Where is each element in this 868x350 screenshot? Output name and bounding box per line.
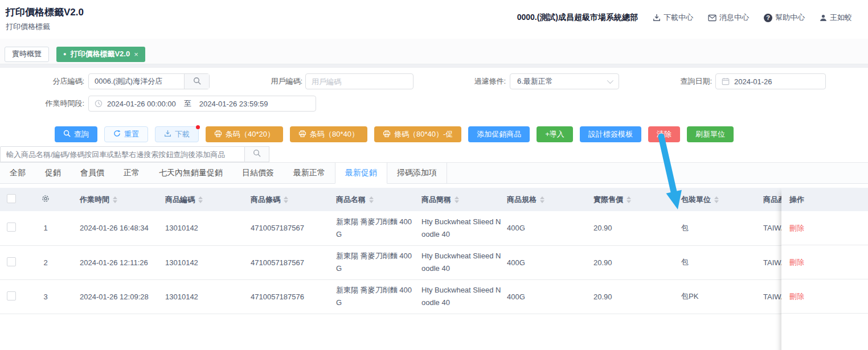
work-period-picker[interactable]: 2024-01-26 00:00:00 至 2024-01-26 23:59:5… (88, 96, 316, 112)
row-checkbox[interactable] (7, 291, 16, 300)
barcode-80x40-button[interactable]: 条码（80*40） (290, 126, 367, 142)
user-icon (820, 14, 827, 22)
tab-latest-promo[interactable]: 最新促銷 (335, 163, 387, 184)
tab-latest-normal[interactable]: 最新正常 (284, 163, 335, 183)
barcode-80x40-promo-button[interactable]: 條碼（80*40）-促 (374, 126, 461, 142)
store-code-input[interactable] (89, 74, 184, 89)
col-price-label: 實際售價 (593, 195, 623, 204)
row-checkbox[interactable] (7, 223, 16, 232)
sort-icon[interactable] (198, 196, 203, 203)
query-date-picker[interactable]: 2024-01-26 (715, 73, 826, 89)
barcode-80x40-promo-label: 條碼（80*40）-促 (394, 129, 453, 139)
sort-icon[interactable] (627, 196, 631, 203)
cell-product-code: 13010142 (165, 279, 251, 314)
tab-member-price[interactable]: 會員價 (71, 163, 114, 183)
delete-row-link[interactable]: 刪除 (789, 223, 804, 233)
user-code-input[interactable] (306, 74, 413, 89)
barcode-80x40-label: 条码（80*40） (310, 129, 359, 139)
col-barcode[interactable]: 商品條碼 (251, 188, 336, 211)
fixed-operations-column: 操作 刪除 刪除 刪除 (781, 188, 868, 350)
table-row: 3 2024-01-26 12:09:28 13010142 471005718… (0, 279, 868, 314)
cell-unit: 包 (678, 245, 763, 279)
tab-latest-promo-label: 最新促銷 (345, 168, 377, 178)
clear-button-label: 清除 (657, 129, 672, 139)
cell-barcode: 4710057187567 (251, 245, 336, 279)
select-all-checkbox[interactable] (7, 194, 16, 203)
query-button[interactable]: 查詢 (55, 126, 97, 142)
add-promo-product-button[interactable]: 添加促銷商品 (468, 126, 530, 142)
message-center-link[interactable]: 消息中心 (708, 13, 749, 23)
tab-daily-price-tag[interactable]: 日結價簽 (232, 163, 284, 183)
clear-button[interactable]: 清除 (648, 126, 680, 142)
results-table: 作業時間 商品編碼 商品條碼 商品名稱 商品簡稱 商品規格 實際售價 包裝單位 … (0, 188, 868, 350)
row-index: 1 (28, 211, 63, 245)
user-menu[interactable]: 王如蛟 (820, 13, 852, 23)
sort-icon[interactable] (540, 196, 544, 203)
cell-product-code: 13010142 (165, 245, 251, 279)
sort-icon[interactable] (113, 196, 117, 203)
col-product-code-label: 商品編碼 (165, 195, 195, 204)
tab-7day-label: 七天內無銷量促銷 (159, 168, 223, 178)
filter-condition-value: 6.最新正常 (517, 76, 553, 87)
col-short-name[interactable]: 商品簡稱 (421, 188, 507, 211)
delete-row-link[interactable]: 刪除 (789, 257, 804, 267)
table-row: 1 2024-01-26 16:48:34 13010142 471005718… (0, 211, 868, 245)
product-search-button[interactable] (245, 146, 269, 162)
col-price[interactable]: 實際售價 (587, 188, 678, 211)
gear-icon[interactable] (41, 194, 50, 203)
barcode-40x20-button[interactable]: 条码（40*20） (206, 126, 283, 142)
tab-normal-label: 正常 (124, 168, 140, 178)
col-product-name[interactable]: 商品名稱 (336, 188, 421, 211)
close-tab-icon[interactable]: × (134, 50, 138, 59)
col-product-name-label: 商品名稱 (336, 195, 366, 204)
col-product-code[interactable]: 商品編碼 (165, 188, 251, 211)
col-work-time[interactable]: 作業時間 (63, 188, 165, 211)
sort-icon[interactable] (455, 196, 459, 203)
cell-work-time: 2024-01-26 12:09:28 (63, 279, 165, 314)
cell-short-name: Hty Buckwheat Slieed Noodle 40 (421, 211, 507, 245)
col-spec[interactable]: 商品規格 (507, 188, 587, 211)
work-period-group: 作業時間段: 2024-01-26 00:00:00 至 2024-01-26 … (0, 96, 316, 112)
cell-product-code: 13010142 (165, 211, 251, 245)
row-checkbox[interactable] (7, 257, 16, 266)
query-date-label: 查詢日期: (627, 76, 712, 87)
help-center-link[interactable]: ? 幫助中心 (764, 13, 805, 23)
download-button[interactable]: 下載 (155, 126, 199, 142)
app-header: 打印價格標籤V2.0 打印價格標籤 0000.(測試)成昌超級市場系統總部 下載… (0, 0, 868, 39)
page-title: 打印價格標籤V2.0 (6, 6, 84, 19)
tab-normal[interactable]: 正常 (114, 163, 149, 183)
tab-promo[interactable]: 促銷 (35, 163, 71, 183)
cell-short-name: Hty Buckwheat Slieed Noodle 40 (421, 279, 507, 314)
sort-icon[interactable] (714, 196, 719, 203)
reset-button[interactable]: 重置 (104, 126, 148, 142)
product-search-input[interactable] (0, 146, 245, 162)
tab-7day-no-sales-promo[interactable]: 七天內無銷量促銷 (149, 163, 232, 183)
nav-tab-active[interactable]: ● 打印價格標籤V2.0 × (56, 47, 145, 62)
store-search-button[interactable] (184, 74, 209, 89)
row-index: 2 (28, 245, 63, 279)
design-template-button[interactable]: 設計標簽模板 (580, 126, 641, 142)
download-center-link[interactable]: 下載中心 (653, 13, 693, 23)
tab-all-label: 全部 (10, 168, 26, 178)
cell-barcode: 4710057187567 (251, 211, 336, 245)
mail-icon (708, 14, 716, 22)
import-button-label: +導入 (545, 129, 564, 139)
filter-condition-select[interactable]: 6.最新正常 (510, 73, 619, 89)
refresh-unit-button[interactable]: 刷新單位 (687, 126, 734, 142)
user-code-label: 用戶編碼: (216, 76, 302, 87)
delete-row-link[interactable]: 刪除 (789, 291, 804, 302)
search-icon (63, 130, 71, 139)
sort-icon[interactable] (369, 196, 374, 203)
col-unit[interactable]: 包裝單位 (678, 188, 763, 211)
sort-icon[interactable] (284, 196, 288, 203)
import-button[interactable]: +導入 (537, 126, 573, 142)
store-code-field (88, 73, 210, 89)
title-block: 打印價格標籤V2.0 打印價格標籤 (6, 6, 84, 32)
row-index: 3 (28, 279, 63, 314)
category-tabs: 全部 促銷 會員價 正常 七天內無銷量促銷 日結價簽 最新正常 最新促銷 掃碼添… (0, 163, 868, 184)
tab-scan-add[interactable]: 掃碼添加項 (387, 163, 447, 183)
add-promo-product-label: 添加促銷商品 (477, 129, 521, 139)
nav-tab-overview[interactable]: 實時概覽 (5, 47, 49, 62)
period-end-value: 2024-01-26 23:59:59 (199, 100, 268, 108)
tab-all[interactable]: 全部 (0, 163, 35, 183)
